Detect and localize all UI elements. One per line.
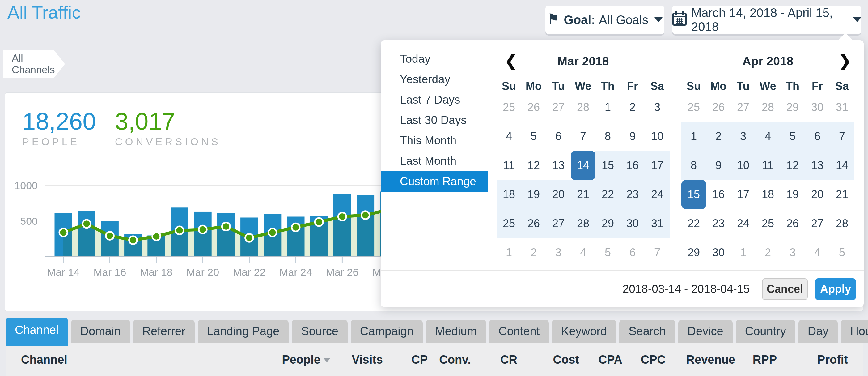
calendar-day[interactable]: 7 [830, 122, 855, 151]
tab-hour[interactable]: Hour [841, 320, 868, 343]
calendar-day[interactable]: 26 [521, 209, 546, 238]
tab-channel[interactable]: Channel [6, 318, 68, 346]
calendar-day[interactable]: 23 [620, 180, 645, 209]
calendar-day[interactable]: 3 [780, 238, 805, 267]
calendar-day[interactable]: 27 [546, 209, 571, 238]
calendar-day[interactable]: 28 [755, 93, 780, 122]
calendar-day[interactable]: 7 [645, 238, 670, 267]
calendar-day[interactable]: 21 [571, 180, 595, 209]
calendar-day[interactable]: 28 [571, 209, 595, 238]
calendar-day[interactable]: 5 [521, 122, 546, 151]
calendar-day[interactable]: 6 [805, 122, 830, 151]
tab-source[interactable]: Source [292, 320, 347, 343]
calendar-day[interactable]: 31 [645, 209, 670, 238]
tab-landing-page[interactable]: Landing Page [198, 320, 289, 343]
column-header-cr[interactable]: CR [471, 353, 517, 367]
preset-last-30-days[interactable]: Last 30 Days [381, 110, 488, 131]
calendar-day[interactable]: 1 [497, 238, 521, 267]
preset-last-month[interactable]: Last Month [381, 151, 488, 171]
calendar-day[interactable]: 12 [521, 151, 546, 180]
date-range-button[interactable]: March 14, 2018 - April 15, 2018 [672, 6, 861, 34]
tab-domain[interactable]: Domain [71, 320, 130, 343]
calendar-day[interactable]: 22 [681, 209, 706, 238]
calendar-day[interactable]: 2 [620, 93, 645, 122]
preset-custom-range[interactable]: Custom Range [381, 171, 488, 192]
column-header-rpp[interactable]: RPP [735, 353, 777, 367]
calendar-day[interactable]: 3 [731, 122, 755, 151]
calendar-day[interactable]: 24 [731, 209, 755, 238]
calendar-day[interactable]: 25 [755, 209, 780, 238]
calendar-day[interactable]: 10 [645, 122, 670, 151]
calendar-day[interactable]: 29 [780, 93, 805, 122]
calendar-day[interactable]: 27 [546, 93, 571, 122]
calendar-day[interactable]: 4 [805, 238, 830, 267]
calendar-day[interactable]: 8 [681, 151, 706, 180]
goal-selector-button[interactable]: ⚑ Goal: All Goals [546, 6, 664, 34]
calendar-day[interactable]: 19 [521, 180, 546, 209]
calendar-day[interactable]: 22 [595, 180, 620, 209]
preset-last-7-days[interactable]: Last 7 Days [381, 90, 488, 110]
calendar-day[interactable]: 27 [805, 209, 830, 238]
calendar-day[interactable]: 14 [830, 151, 855, 180]
calendar-day[interactable]: 18 [755, 180, 780, 209]
calendar-day[interactable]: 29 [681, 238, 706, 267]
tab-device[interactable]: Device [678, 320, 733, 343]
calendar-day[interactable]: 30 [706, 238, 731, 267]
calendar-day[interactable]: 25 [497, 93, 521, 122]
calendar-day[interactable]: 8 [595, 122, 620, 151]
calendar-day[interactable]: 24 [645, 180, 670, 209]
calendar-day[interactable]: 30 [620, 209, 645, 238]
tab-referrer[interactable]: Referrer [133, 320, 195, 343]
calendar-day[interactable]: 9 [706, 151, 731, 180]
column-header-visits[interactable]: Visits [330, 353, 383, 367]
calendar-day[interactable]: 5 [595, 238, 620, 267]
calendar-day[interactable]: 5 [780, 122, 805, 151]
column-header-profit[interactable]: Profit [777, 353, 848, 367]
cancel-button[interactable]: Cancel [762, 278, 808, 300]
calendar-day[interactable]: 3 [645, 93, 670, 122]
tab-medium[interactable]: Medium [426, 320, 486, 343]
column-header-cp[interactable]: CP [383, 353, 428, 367]
preset-today[interactable]: Today [381, 49, 488, 69]
calendar-day[interactable]: 9 [620, 122, 645, 151]
calendar-day[interactable]: 28 [830, 209, 855, 238]
calendar-day[interactable]: 26 [780, 209, 805, 238]
calendar-day[interactable]: 29 [595, 209, 620, 238]
calendar-day[interactable]: 11 [497, 151, 521, 180]
preset-yesterday[interactable]: Yesterday [381, 69, 488, 90]
calendar-day[interactable]: 3 [546, 238, 571, 267]
column-header-cpc[interactable]: CPC [622, 353, 665, 367]
calendar-day[interactable]: 1 [731, 238, 755, 267]
calendar-day[interactable]: 12 [780, 151, 805, 180]
calendar-day[interactable]: 30 [805, 93, 830, 122]
tab-content[interactable]: Content [489, 320, 549, 343]
tab-campaign[interactable]: Campaign [351, 320, 423, 343]
calendar-day[interactable]: 6 [620, 238, 645, 267]
calendar-day[interactable]: 26 [706, 93, 731, 122]
preset-this-month[interactable]: This Month [381, 131, 488, 151]
calendar-day[interactable]: 5 [830, 238, 855, 267]
calendar-day[interactable]: 28 [571, 93, 595, 122]
tab-search[interactable]: Search [619, 320, 675, 343]
column-header-revenue[interactable]: Revenue [665, 353, 735, 367]
apply-button[interactable]: Apply [815, 278, 856, 300]
calendar-day[interactable]: 25 [497, 209, 521, 238]
calendar-day[interactable]: 11 [755, 151, 780, 180]
column-header-cpa[interactable]: CPA [579, 353, 622, 367]
tab-keyword[interactable]: Keyword [552, 320, 616, 343]
calendar-day[interactable]: 26 [521, 93, 546, 122]
calendar-day[interactable]: 16 [706, 180, 731, 209]
calendar-day[interactable]: 20 [805, 180, 830, 209]
calendar-day[interactable]: 23 [706, 209, 731, 238]
calendar-day[interactable]: 6 [546, 122, 571, 151]
calendar-day[interactable]: 20 [546, 180, 571, 209]
calendar-day[interactable]: 1 [681, 122, 706, 151]
calendar-day[interactable]: 4 [571, 238, 595, 267]
calendar-day[interactable]: 10 [731, 151, 755, 180]
calendar-day[interactable]: 16 [620, 151, 645, 180]
calendar-day[interactable]: 18 [497, 180, 521, 209]
calendar-day[interactable]: 2 [706, 122, 731, 151]
calendar-day[interactable]: 7 [571, 122, 595, 151]
calendar-day[interactable]: 2 [755, 238, 780, 267]
calendar-day[interactable]: 25 [681, 93, 706, 122]
